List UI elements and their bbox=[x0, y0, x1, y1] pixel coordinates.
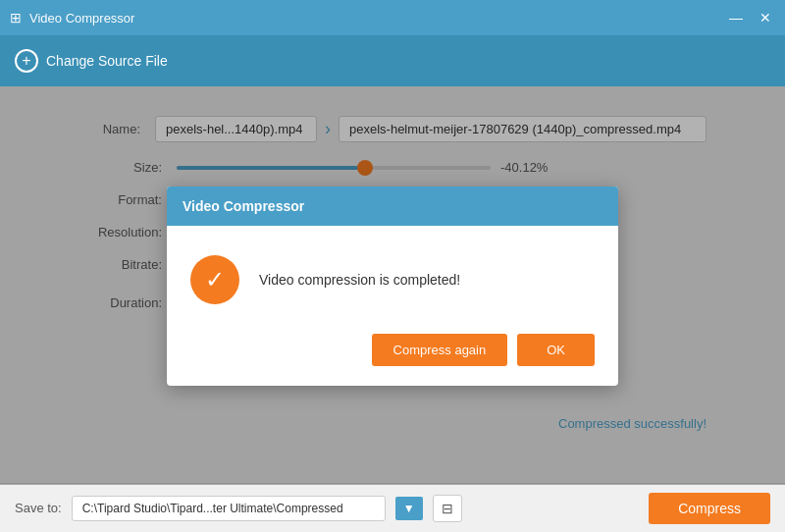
checkmark-icon: ✓ bbox=[205, 266, 225, 293]
open-folder-button[interactable]: ⊟ bbox=[433, 495, 462, 522]
bottom-bar: Save to: ▼ ⊟ Compress bbox=[0, 483, 785, 532]
save-path-dropdown-button[interactable]: ▼ bbox=[395, 497, 423, 520]
save-to-label: Save to: bbox=[15, 501, 62, 515]
dialog-message: Video compression is completed! bbox=[259, 272, 460, 288]
app-icon: ⊞ bbox=[10, 10, 22, 26]
check-circle-icon: ✓ bbox=[190, 255, 239, 304]
dialog-header: Video Compressor bbox=[167, 186, 618, 226]
dialog: Video Compressor ✓ Video compression is … bbox=[167, 186, 618, 386]
title-bar-title: Video Compressor bbox=[29, 11, 134, 26]
compress-button[interactable]: Compress bbox=[649, 493, 770, 524]
title-bar-left: ⊞ Video Compressor bbox=[10, 10, 134, 26]
title-bar-controls: — ✕ bbox=[726, 8, 775, 27]
dialog-footer: Compress again OK bbox=[167, 334, 618, 386]
change-source-button[interactable]: + Change Source File bbox=[15, 49, 168, 73]
dialog-body: ✓ Video compression is completed! bbox=[167, 226, 618, 334]
save-path-input[interactable] bbox=[72, 496, 386, 521]
change-source-label: Change Source File bbox=[46, 53, 168, 69]
main-content: Name: › Size: -40.12% Format: Resolution… bbox=[0, 86, 785, 485]
dialog-overlay: Video Compressor ✓ Video compression is … bbox=[0, 86, 785, 485]
close-button[interactable]: ✕ bbox=[756, 8, 775, 27]
minimize-button[interactable]: — bbox=[726, 8, 746, 27]
plus-circle-icon: + bbox=[15, 49, 38, 73]
compress-again-button[interactable]: Compress again bbox=[372, 334, 508, 366]
title-bar: ⊞ Video Compressor — ✕ bbox=[0, 0, 785, 35]
toolbar: + Change Source File bbox=[0, 35, 785, 86]
ok-button[interactable]: OK bbox=[517, 334, 595, 366]
